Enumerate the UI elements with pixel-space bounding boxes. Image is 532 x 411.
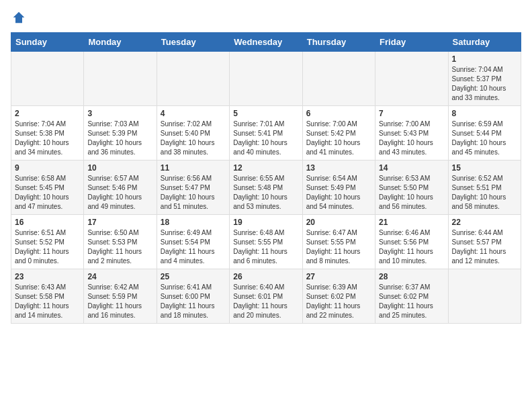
day-info: Sunrise: 6:53 AM Sunset: 5:50 PM Dayligh…	[379, 174, 444, 212]
calendar-cell: 14Sunrise: 6:53 AM Sunset: 5:50 PM Dayli…	[375, 161, 448, 215]
page-header	[11, 11, 521, 24]
day-info: Sunrise: 6:43 AM Sunset: 5:58 PM Dayligh…	[15, 283, 80, 320]
day-info: Sunrise: 6:49 AM Sunset: 5:54 PM Dayligh…	[161, 228, 226, 266]
day-number: 4	[161, 109, 226, 118]
day-info: Sunrise: 6:58 AM Sunset: 5:45 PM Dayligh…	[15, 174, 80, 212]
calendar-week-row: 16Sunrise: 6:51 AM Sunset: 5:52 PM Dayli…	[11, 215, 521, 269]
day-info: Sunrise: 6:59 AM Sunset: 5:44 PM Dayligh…	[452, 120, 517, 157]
day-number: 7	[379, 109, 444, 118]
calendar-cell: 3Sunrise: 7:03 AM Sunset: 5:39 PM Daylig…	[84, 106, 157, 161]
day-number: 19	[233, 218, 298, 227]
day-info: Sunrise: 7:00 AM Sunset: 5:43 PM Dayligh…	[379, 120, 444, 157]
calendar-cell	[375, 52, 448, 106]
day-number: 1	[452, 54, 517, 64]
calendar-cell: 10Sunrise: 6:57 AM Sunset: 5:46 PM Dayli…	[84, 161, 157, 215]
day-number: 8	[452, 109, 517, 118]
day-info: Sunrise: 6:56 AM Sunset: 5:47 PM Dayligh…	[161, 174, 226, 212]
calendar-cell: 23Sunrise: 6:43 AM Sunset: 5:58 PM Dayli…	[11, 269, 84, 324]
calendar-cell: 15Sunrise: 6:52 AM Sunset: 5:51 PM Dayli…	[448, 161, 521, 215]
day-info: Sunrise: 6:42 AM Sunset: 5:59 PM Dayligh…	[87, 283, 152, 320]
calendar-table: SundayMondayTuesdayWednesdayThursdayFrid…	[11, 32, 521, 324]
day-number: 5	[233, 109, 298, 118]
calendar-cell: 22Sunrise: 6:44 AM Sunset: 5:57 PM Dayli…	[448, 215, 521, 269]
day-number: 10	[87, 163, 152, 173]
calendar-cell: 17Sunrise: 6:50 AM Sunset: 5:53 PM Dayli…	[84, 215, 157, 269]
day-info: Sunrise: 7:00 AM Sunset: 5:42 PM Dayligh…	[306, 120, 371, 157]
calendar-week-row: 2Sunrise: 7:04 AM Sunset: 5:38 PM Daylig…	[11, 106, 521, 161]
calendar-cell: 9Sunrise: 6:58 AM Sunset: 5:45 PM Daylig…	[11, 161, 84, 215]
day-info: Sunrise: 6:39 AM Sunset: 6:02 PM Dayligh…	[306, 283, 371, 320]
day-number: 23	[15, 272, 80, 281]
day-number: 15	[452, 163, 517, 173]
calendar-cell: 4Sunrise: 7:02 AM Sunset: 5:40 PM Daylig…	[157, 106, 229, 161]
day-info: Sunrise: 6:51 AM Sunset: 5:52 PM Dayligh…	[15, 228, 80, 266]
day-number: 9	[15, 163, 80, 173]
day-number: 13	[306, 163, 371, 173]
calendar-cell: 12Sunrise: 6:55 AM Sunset: 5:48 PM Dayli…	[230, 161, 302, 215]
calendar-cell	[11, 52, 84, 106]
day-number: 14	[379, 163, 444, 173]
day-header-wednesday: Wednesday	[230, 33, 302, 52]
calendar-cell: 6Sunrise: 7:00 AM Sunset: 5:42 PM Daylig…	[302, 106, 375, 161]
day-info: Sunrise: 7:01 AM Sunset: 5:41 PM Dayligh…	[233, 120, 298, 157]
day-info: Sunrise: 6:37 AM Sunset: 6:02 PM Dayligh…	[379, 283, 444, 320]
calendar-cell: 19Sunrise: 6:48 AM Sunset: 5:55 PM Dayli…	[230, 215, 302, 269]
day-header-tuesday: Tuesday	[157, 33, 229, 52]
day-number: 12	[233, 163, 298, 173]
day-header-saturday: Saturday	[448, 33, 521, 52]
calendar-cell	[157, 52, 229, 106]
day-info: Sunrise: 6:54 AM Sunset: 5:49 PM Dayligh…	[306, 174, 371, 212]
day-number: 22	[452, 218, 517, 227]
calendar-cell: 20Sunrise: 6:47 AM Sunset: 5:55 PM Dayli…	[302, 215, 375, 269]
day-number: 20	[306, 218, 371, 227]
calendar-cell: 2Sunrise: 7:04 AM Sunset: 5:38 PM Daylig…	[11, 106, 84, 161]
day-number: 25	[161, 272, 226, 281]
calendar-cell: 1Sunrise: 7:04 AM Sunset: 5:37 PM Daylig…	[448, 52, 521, 106]
calendar-cell: 24Sunrise: 6:42 AM Sunset: 5:59 PM Dayli…	[84, 269, 157, 324]
calendar-cell: 25Sunrise: 6:41 AM Sunset: 6:00 PM Dayli…	[157, 269, 229, 324]
day-number: 17	[87, 218, 152, 227]
day-info: Sunrise: 6:44 AM Sunset: 5:57 PM Dayligh…	[452, 228, 517, 266]
day-info: Sunrise: 7:02 AM Sunset: 5:40 PM Dayligh…	[161, 120, 226, 157]
calendar-cell: 21Sunrise: 6:46 AM Sunset: 5:56 PM Dayli…	[375, 215, 448, 269]
calendar-cell: 18Sunrise: 6:49 AM Sunset: 5:54 PM Dayli…	[157, 215, 229, 269]
calendar-cell	[230, 52, 302, 106]
logo-icon	[12, 11, 26, 24]
day-number: 6	[306, 109, 371, 118]
day-info: Sunrise: 6:52 AM Sunset: 5:51 PM Dayligh…	[452, 174, 517, 212]
day-info: Sunrise: 6:57 AM Sunset: 5:46 PM Dayligh…	[87, 174, 152, 212]
calendar-cell: 27Sunrise: 6:39 AM Sunset: 6:02 PM Dayli…	[302, 269, 375, 324]
day-number: 28	[379, 272, 444, 281]
logo	[11, 11, 26, 24]
calendar-cell: 5Sunrise: 7:01 AM Sunset: 5:41 PM Daylig…	[230, 106, 302, 161]
calendar-cell	[302, 52, 375, 106]
day-header-sunday: Sunday	[11, 33, 84, 52]
day-info: Sunrise: 7:03 AM Sunset: 5:39 PM Dayligh…	[87, 120, 152, 157]
day-info: Sunrise: 6:55 AM Sunset: 5:48 PM Dayligh…	[233, 174, 298, 212]
day-number: 3	[87, 109, 152, 118]
calendar-cell: 26Sunrise: 6:40 AM Sunset: 6:01 PM Dayli…	[230, 269, 302, 324]
calendar-week-row: 23Sunrise: 6:43 AM Sunset: 5:58 PM Dayli…	[11, 269, 521, 324]
calendar-cell: 28Sunrise: 6:37 AM Sunset: 6:02 PM Dayli…	[375, 269, 448, 324]
calendar-cell: 8Sunrise: 6:59 AM Sunset: 5:44 PM Daylig…	[448, 106, 521, 161]
day-info: Sunrise: 6:48 AM Sunset: 5:55 PM Dayligh…	[233, 228, 298, 266]
day-info: Sunrise: 6:40 AM Sunset: 6:01 PM Dayligh…	[233, 283, 298, 320]
day-info: Sunrise: 6:47 AM Sunset: 5:55 PM Dayligh…	[306, 228, 371, 266]
day-info: Sunrise: 6:41 AM Sunset: 6:00 PM Dayligh…	[161, 283, 226, 320]
day-number: 2	[15, 109, 80, 118]
calendar-cell: 7Sunrise: 7:00 AM Sunset: 5:43 PM Daylig…	[375, 106, 448, 161]
calendar-cell	[84, 52, 157, 106]
day-header-monday: Monday	[84, 33, 157, 52]
day-header-friday: Friday	[375, 33, 448, 52]
day-number: 18	[161, 218, 226, 227]
day-number: 26	[233, 272, 298, 281]
day-number: 21	[379, 218, 444, 227]
day-header-thursday: Thursday	[302, 33, 375, 52]
calendar-cell: 11Sunrise: 6:56 AM Sunset: 5:47 PM Dayli…	[157, 161, 229, 215]
calendar-cell	[448, 269, 521, 324]
day-info: Sunrise: 6:46 AM Sunset: 5:56 PM Dayligh…	[379, 228, 444, 266]
calendar-cell: 13Sunrise: 6:54 AM Sunset: 5:49 PM Dayli…	[302, 161, 375, 215]
day-number: 11	[161, 163, 226, 173]
day-info: Sunrise: 7:04 AM Sunset: 5:38 PM Dayligh…	[15, 120, 80, 157]
day-info: Sunrise: 7:04 AM Sunset: 5:37 PM Dayligh…	[452, 65, 517, 103]
